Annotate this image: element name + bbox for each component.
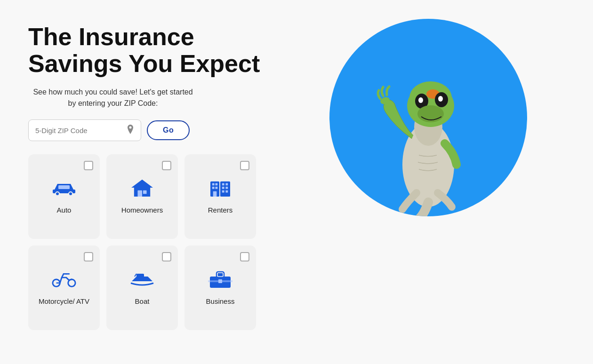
svg-rect-18: [225, 190, 228, 193]
card-auto-label: Auto: [57, 206, 72, 214]
svg-rect-14: [225, 183, 228, 185]
card-business-label: Business: [206, 297, 235, 305]
card-renters-label: Renters: [208, 206, 233, 214]
zip-row: Go: [28, 119, 273, 141]
go-button[interactable]: Go: [147, 120, 190, 140]
svg-rect-16: [225, 187, 228, 189]
card-boat[interactable]: Boat: [106, 245, 178, 330]
renters-icon: [208, 178, 232, 198]
checkbox-boat[interactable]: [162, 252, 171, 261]
svg-rect-19: [213, 191, 217, 197]
svg-rect-6: [143, 190, 147, 194]
auto-icon: [52, 178, 76, 198]
card-renters[interactable]: Renters: [184, 154, 256, 239]
zip-input-wrapper: [28, 119, 141, 141]
svg-rect-22: [136, 274, 144, 277]
home-icon: [130, 178, 154, 198]
svg-rect-12: [216, 187, 218, 189]
left-section: The Insurance Savings You Expect See how…: [28, 19, 273, 330]
svg-rect-5: [137, 190, 142, 197]
svg-rect-26: [218, 279, 222, 283]
gecko-svg: [329, 19, 527, 216]
boat-icon: [130, 269, 154, 289]
card-business[interactable]: Business: [184, 245, 256, 330]
checkbox-auto[interactable]: [84, 161, 93, 170]
gecko-circle: [329, 19, 527, 216]
business-icon: [208, 269, 232, 289]
card-homeowners-label: Homeowners: [121, 206, 163, 214]
svg-point-35: [438, 96, 443, 102]
page-wrapper: The Insurance Savings You Expect See how…: [28, 19, 565, 330]
svg-rect-8: [220, 182, 230, 197]
svg-rect-13: [222, 183, 224, 185]
page-title: The Insurance Savings You Expect: [28, 24, 273, 77]
location-icon: [127, 125, 134, 136]
card-motorcycle[interactable]: Motorcycle/ ATV: [28, 245, 100, 330]
svg-rect-10: [216, 183, 218, 185]
motorcycle-icon: [52, 269, 76, 289]
zip-input[interactable]: [35, 127, 127, 135]
svg-rect-11: [212, 187, 215, 189]
checkbox-motorcycle[interactable]: [84, 252, 93, 261]
card-motorcycle-label: Motorcycle/ ATV: [39, 297, 89, 305]
checkbox-business[interactable]: [240, 252, 249, 261]
checkbox-renters[interactable]: [240, 161, 249, 170]
card-boat-label: Boat: [135, 297, 150, 305]
card-homeowners[interactable]: Homeowners: [106, 154, 178, 239]
svg-point-1: [56, 192, 59, 196]
right-section: [292, 19, 565, 216]
svg-rect-17: [222, 190, 224, 193]
insurance-grid: Auto Homeowners: [28, 154, 273, 330]
svg-point-2: [69, 192, 72, 196]
svg-rect-15: [222, 187, 224, 189]
svg-point-33: [418, 97, 423, 103]
subtitle-text: See how much you could save! Let's get s…: [28, 87, 198, 109]
card-auto[interactable]: Auto: [28, 154, 100, 239]
svg-rect-9: [212, 183, 215, 185]
svg-rect-3: [58, 185, 70, 189]
checkbox-homeowners[interactable]: [162, 161, 171, 170]
svg-rect-24: [217, 273, 223, 277]
